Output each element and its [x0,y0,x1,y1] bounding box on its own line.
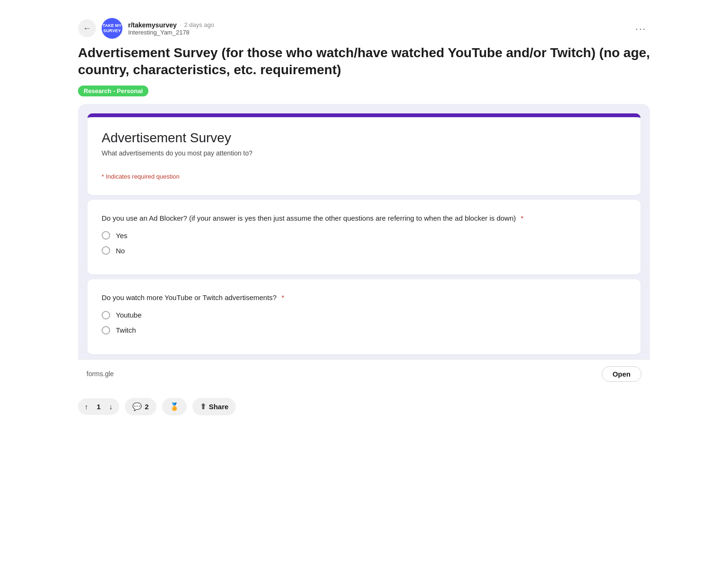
tag-container: Research - Personal [73,86,655,104]
radio-option-no[interactable]: No [102,246,626,255]
radio-label-youtube: Youtube [116,311,142,319]
radio-circle-yes [102,231,110,240]
action-bar: ↑ 1 ↓ 💬 2 🏅 ⬆ Share [73,388,655,420]
award-icon: 🏅 [170,402,179,411]
share-icon: ⬆ [200,402,206,411]
form-area: Advertisement Survey What advertisements… [87,113,641,354]
upvote-button[interactable]: ↑ [78,398,95,415]
required-star-1: * [520,214,523,222]
post-meta-top: r/takemysurvey · 2 days ago [128,21,214,29]
radio-circle-twitch [102,326,110,335]
radio-option-youtube[interactable]: Youtube [102,311,626,319]
downvote-icon: ↓ [109,403,113,411]
post-meta: r/takemysurvey · 2 days ago Interesting_… [128,21,214,36]
survey-card: Advertisement Survey What advertisements… [78,104,650,388]
form-title-card: Advertisement Survey What advertisements… [87,113,641,195]
form-card-header: Advertisement Survey What advertisements… [87,113,641,157]
subreddit-avatar: TAKE MY SURVEY [102,18,122,39]
upvote-icon: ↑ [85,403,88,411]
radio-label-yes: Yes [116,232,127,240]
post-title: Advertisement Survey (for those who watc… [73,44,655,86]
comments-button[interactable]: 💬 2 [125,398,156,415]
share-label: Share [209,403,229,411]
question-2-card: Do you watch more YouTube or Twitch adve… [87,279,641,354]
post-tag[interactable]: Research - Personal [78,86,148,96]
comments-count: 2 [145,403,148,411]
share-button[interactable]: ⬆ Share [192,398,236,415]
radio-circle-no [102,246,110,255]
subreddit-name[interactable]: r/takemysurvey [128,21,177,29]
vote-pill: ↑ 1 ↓ [78,398,119,415]
post-time: 2 days ago [184,21,214,28]
open-button[interactable]: Open [602,366,641,382]
link-url: forms.gle [87,370,114,378]
back-button[interactable]: ← [78,19,96,37]
required-note: * Indicates required question [102,166,626,182]
question-1-card: Do you use an Ad Blocker? (if your answe… [87,200,641,275]
awards-button[interactable]: 🏅 [162,398,187,415]
vote-count: 1 [95,398,103,415]
survey-subtitle: What advertisements do you most pay atte… [102,149,626,157]
required-star-2: * [281,293,284,301]
link-footer: forms.gle Open [78,359,650,388]
dot-separator: · [180,21,182,28]
post-header: ← TAKE MY SURVEY r/takemysurvey · 2 days… [73,9,655,44]
downvote-button[interactable]: ↓ [103,398,120,415]
poster-name[interactable]: Interesting_Yam_2178 [128,29,214,36]
page-container: ← TAKE MY SURVEY r/takemysurvey · 2 days… [73,0,655,439]
radio-circle-youtube [102,311,110,319]
question-2-label: Do you watch more YouTube or Twitch adve… [102,293,626,303]
post-header-left: ← TAKE MY SURVEY r/takemysurvey · 2 days… [78,18,214,39]
radio-label-twitch: Twitch [116,326,136,334]
radio-option-twitch[interactable]: Twitch [102,326,626,335]
radio-label-no: No [116,247,125,255]
question-1-label: Do you use an Ad Blocker? (if your answe… [102,213,626,224]
more-options-button[interactable]: ··· [632,21,650,36]
radio-option-yes[interactable]: Yes [102,231,626,240]
survey-title: Advertisement Survey [102,130,626,146]
comment-icon: 💬 [132,402,142,411]
